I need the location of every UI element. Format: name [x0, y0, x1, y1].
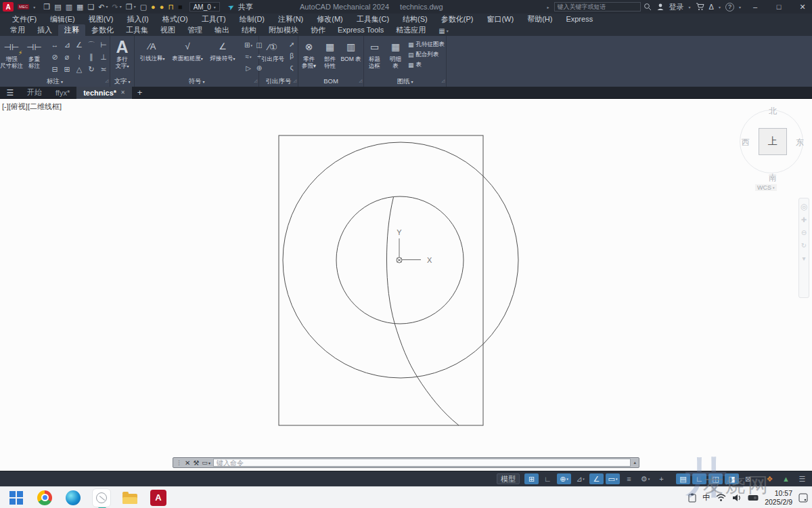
ribbon-tab-3[interactable]: 注释 — [58, 24, 85, 36]
help-icon[interactable]: ? — [725, 3, 734, 12]
leader-note-button[interactable]: ∕A引线注释▾ — [135, 38, 170, 63]
inspect-dim-icon[interactable]: ⊞ — [61, 63, 73, 75]
redo-icon[interactable]: ↷ — [112, 0, 118, 14]
taskbar-clock[interactable]: 10:57 2025/2/9 — [765, 489, 792, 506]
file-tab-3[interactable]: technics*✕ — [76, 87, 132, 99]
ribbon-tab-11[interactable]: 协作 — [304, 24, 332, 36]
help-caret-icon[interactable]: ▾ — [739, 5, 741, 9]
app-logo-icon[interactable]: A — [3, 2, 14, 12]
ucs-icon[interactable] — [397, 238, 421, 263]
mechanical-app-icon[interactable]: A — [149, 488, 168, 507]
save-as-icon[interactable]: ▥ — [66, 0, 72, 14]
zoom-icon[interactable]: ⊖ — [801, 230, 807, 236]
menu-item-4[interactable]: 插入(I) — [120, 14, 155, 24]
minimize-button[interactable]: – — [746, 0, 765, 14]
frame-rect[interactable] — [279, 135, 483, 425]
tab-close-icon[interactable]: ✕ — [120, 89, 125, 96]
autodesk-app-icon[interactable]: Δ — [709, 3, 714, 11]
mtext-icon[interactable]: A — [116, 38, 128, 56]
jogged-dim-icon[interactable]: ≀ — [73, 51, 85, 63]
units-icon[interactable]: ⊠ — [741, 473, 755, 484]
panel-launcher-icon[interactable]: ◿ — [254, 76, 257, 85]
autocad-taskbar-icon[interactable] — [92, 488, 111, 507]
start-button[interactable] — [7, 488, 26, 507]
command-customize-icon[interactable]: ⚒ — [193, 459, 199, 467]
otrack-icon[interactable]: ∠ — [589, 473, 604, 484]
diameter-dim-icon[interactable]: ⌀ — [61, 51, 73, 63]
share-button[interactable]: 共享 — [238, 2, 253, 12]
layer-combo[interactable]: AM_0 ▾ — [189, 2, 220, 12]
menu-item-5[interactable]: 格式(O) — [156, 14, 195, 24]
menu-item-13[interactable]: 窗口(W) — [480, 14, 520, 24]
command-close-icon[interactable]: ✕ — [185, 459, 190, 467]
linear-dim-icon[interactable]: ↔ — [49, 39, 61, 51]
annotation-scale-icon[interactable]: ∟ — [692, 473, 706, 484]
menu-item-15[interactable]: Express — [559, 14, 600, 24]
inner-circle[interactable] — [336, 196, 464, 324]
fits-list-item[interactable]: ▤配合列表 — [408, 51, 445, 59]
window-layout-icon[interactable]: ❐ — [126, 0, 133, 14]
menu-item-3[interactable]: 视图(V) — [82, 14, 120, 24]
ribbon-tab-9[interactable]: 结构 — [235, 24, 263, 36]
layout-caret-icon[interactable]: ▾ — [134, 0, 136, 14]
signin-caret-icon[interactable]: ▾ — [689, 5, 691, 9]
clipboard-tray-icon[interactable] — [688, 493, 696, 503]
app-caret-icon[interactable]: ▾ — [719, 5, 721, 9]
panel-footer-bom[interactable]: BOM ◿ — [298, 77, 363, 87]
balloon-button[interactable]: ∕① 引出序号 — [260, 38, 286, 62]
drawing-canvas[interactable]: [-][俯视][二维线框] Y X 北 西 上 东 — [0, 99, 812, 471]
user-icon[interactable] — [656, 3, 664, 11]
viewcube-north[interactable]: 北 — [738, 106, 808, 117]
table-item[interactable]: ▦表 — [408, 61, 445, 69]
ribbon-tab-6[interactable]: 视图 — [154, 24, 181, 36]
annotation-monitor-icon[interactable]: ◫ — [708, 473, 723, 484]
panel-launcher-icon[interactable]: ◿ — [359, 76, 362, 85]
save-icon[interactable]: ▤ — [54, 0, 61, 14]
recent-commands-icon[interactable]: ▭ ▾ — [202, 459, 210, 466]
collapse-arrow-icon[interactable]: ▸ — [547, 5, 549, 9]
viewcube-west[interactable]: 西 — [742, 137, 750, 148]
sign-in-button[interactable]: 登录 — [669, 2, 684, 12]
parts-list-button[interactable]: ▦明细表 — [385, 38, 406, 69]
feature-frame-icon[interactable]: ⊞▾ — [243, 39, 254, 51]
menu-item-6[interactable]: 工具(T) — [195, 14, 233, 24]
ime-indicator[interactable]: 中 — [702, 492, 710, 503]
projector-icon[interactable] — [748, 494, 759, 502]
panel-footer-dimension[interactable]: 标注▾ ◿ — [0, 77, 110, 87]
share-plane-icon[interactable]: ➤ — [226, 1, 235, 12]
fullscreen-menu-icon[interactable]: ☰ — [795, 473, 809, 484]
panel-footer-sheet[interactable]: 图纸▾ ◿ — [364, 77, 446, 87]
menu-item-12[interactable]: 参数化(P) — [434, 14, 480, 24]
slope-dim-icon[interactable]: △ — [73, 63, 85, 75]
edge-icon[interactable] — [64, 488, 83, 507]
balloon-style-icon[interactable]: ς — [289, 62, 294, 72]
balloon-recount-icon[interactable]: ➚ — [289, 39, 294, 49]
datum-target-icon[interactable]: ▷ — [243, 62, 254, 74]
command-line[interactable]: ⋮ ✕ ⚒ ▭ ▾ ▴ — [173, 457, 639, 468]
settings-gear-icon[interactable]: ⚙▾ — [638, 473, 652, 484]
perpendicular-dim-icon[interactable]: ⊥ — [97, 51, 110, 63]
restore-button[interactable]: □ — [769, 0, 788, 14]
hole-chart-item[interactable]: ▦孔特征图表 — [408, 41, 445, 49]
file-tab-1[interactable]: 开始 — [20, 87, 49, 99]
layer-unlock-icon[interactable]: ⊓ — [168, 0, 174, 14]
ribbon-tab-2[interactable]: 插入 — [31, 24, 58, 36]
arc-dim-icon[interactable]: ⌒ — [85, 39, 97, 51]
lineweight-icon[interactable]: ≡ — [622, 473, 636, 484]
chrome-icon[interactable] — [35, 488, 54, 507]
bom-table-button[interactable]: ▥BOM 表 — [340, 38, 361, 69]
balloon-beta-icon[interactable]: β — [289, 51, 294, 60]
part-reference-button[interactable]: ⊗零件参照▾ — [298, 38, 319, 69]
view-cube[interactable]: 北 西 上 东 南 WCS ▾ — [738, 104, 808, 192]
break-dim-icon[interactable]: ⊟ — [49, 63, 61, 75]
component-props-button[interactable]: ▦部件特性 — [319, 38, 340, 69]
menu-item-1[interactable]: 文件(F) — [5, 14, 43, 24]
search-input[interactable] — [554, 2, 641, 12]
menu-item-7[interactable]: 绘制(D) — [233, 14, 271, 24]
undo-icon[interactable]: ↶ — [98, 0, 104, 14]
ribbon-tab-7[interactable]: 管理 — [181, 24, 208, 36]
command-history-icon[interactable]: ▴ — [633, 460, 636, 465]
ribbon-tab-4[interactable]: 参数化 — [85, 24, 120, 36]
annotation-visibility-icon[interactable]: ▤ — [676, 473, 690, 484]
app-accent-icon[interactable]: ❖ — [763, 473, 777, 484]
